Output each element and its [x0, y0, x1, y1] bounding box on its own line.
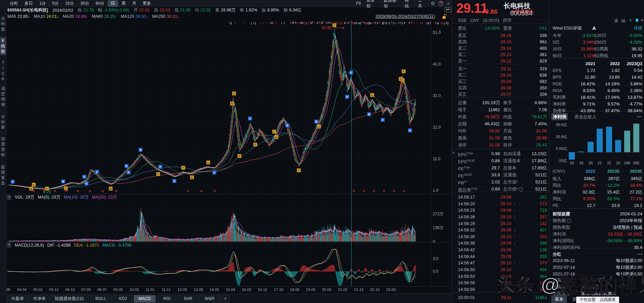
info-icon[interactable]: i: [519, 187, 523, 191]
ask-row[interactable]: 卖四29.15961: [452, 39, 549, 45]
toolbar-item-0[interactable]: F9: [353, 1, 364, 6]
info-field-value: 21.91: [200, 8, 211, 12]
wp-window-icon[interactable]: WP: [445, 7, 451, 12]
profit-chart-tab-营业总收入[interactable]: 营业总收入: [573, 113, 598, 120]
dividend-value: 每10股派0.50: [616, 271, 642, 277]
ask-row[interactable]: 卖五29.16338: [452, 32, 549, 39]
add-icon[interactable]: +: [641, 17, 644, 23]
sidebar-item-成交明细[interactable]: 成 交 明 细: [0, 85, 6, 108]
toolbar-item-3[interactable]: 画线: [402, 0, 415, 9]
panel-tab-基本[interactable]: 基本: [551, 296, 567, 303]
lock-icon[interactable]: [442, 14, 447, 19]
fin-value: 1.72: [587, 67, 595, 74]
profit-chart-tab-净利润[interactable]: 净利润: [551, 113, 568, 120]
indicator-tab-市净率[interactable]: 市净率: [29, 295, 50, 303]
stat-value2: 8.68%: [535, 99, 547, 106]
period-tab-周[interactable]: 周: [119, 0, 129, 7]
tick-price: 29.10: [500, 214, 511, 220]
indicator-tab-+[interactable]: +: [221, 295, 230, 303]
sidebar-item-分时图[interactable]: 分 时 图: [0, 15, 6, 33]
sidebar-item-分价表[interactable]: 分 价 表: [0, 113, 6, 131]
valuation-value: 2.02: [492, 179, 500, 185]
stat-label: 最高: [458, 135, 467, 141]
forecast-col: 2024E: [630, 168, 642, 174]
macd-header-item: DIF: -1.4269: [47, 243, 71, 248]
bid-row[interactable]: 买一29.11319: [452, 66, 549, 72]
forecast-col: 2022: [586, 168, 595, 174]
perf-value2: 38.32: [631, 46, 642, 52]
indicator-tab-市盈率[interactable]: 市盈率: [7, 295, 28, 303]
period-tab-更多[interactable]: 更多: [140, 0, 154, 7]
help-icon[interactable]: ?: [439, 1, 443, 6]
sidebar-item-K线图[interactable]: K 线 图: [0, 37, 6, 55]
info-icon[interactable]: i: [567, 219, 571, 223]
help-icon[interactable]: ?: [7, 195, 11, 200]
sidebar-item-超级复盘[interactable]: 超 级 复 盘: [0, 163, 6, 187]
info-field-value: 1.62%: [245, 8, 257, 12]
period-tab-15分[interactable]: 15分: [62, 0, 77, 7]
indicator-tab-BOLL[interactable]: BOLL: [90, 295, 111, 303]
ma-value: 24.89↓: [75, 14, 88, 19]
pencil-icon[interactable]: ✎: [629, 18, 632, 23]
bid-row[interactable]: 买四29.08350: [452, 85, 549, 91]
help-icon[interactable]: ?: [7, 243, 11, 248]
disclosure-label: 财报披露: [553, 211, 570, 217]
fin-value: 1.82: [611, 67, 620, 74]
ma-label: MA10: [34, 14, 45, 19]
indicator-tab-KDJ[interactable]: KDJ: [113, 295, 133, 303]
indicator-tab-RSI[interactable]: RSI: [157, 295, 177, 303]
indicator-tab-SAR[interactable]: SAR: [178, 295, 198, 303]
chevrons-right-icon[interactable]: »: [445, 0, 452, 6]
period-tab-30分[interactable]: 30分: [77, 0, 92, 7]
margin-badge-tong: 通: [614, 18, 618, 24]
date-range-label[interactable]: 2003/06/03-2024/03/27(5062日): [375, 14, 435, 19]
toolbar-item-2[interactable]: 超级叠加: [381, 0, 402, 9]
period-tab-60分[interactable]: 60分: [93, 0, 107, 7]
bid-row[interactable]: 买二29.10636: [452, 72, 549, 78]
dividend-date: 2021-07-16: [553, 271, 575, 277]
period-tab-分时[interactable]: 分时: [7, 0, 21, 7]
tick-volume: 348: [540, 240, 547, 246]
period-tab-月[interactable]: 月: [129, 0, 139, 7]
weicha-value: -741: [538, 25, 547, 31]
kline-chart-canvas[interactable]: [0, 0, 452, 303]
bid-row[interactable]: 买三29.09582: [452, 78, 549, 85]
esg-rating: A: [592, 25, 596, 31]
sidebar-item-TICK[interactable]: T I C K: [0, 59, 6, 83]
ask-row[interactable]: 卖三29.14465: [452, 45, 549, 51]
profile-value: 半导体产品: [581, 277, 603, 283]
toolbar-item-1[interactable]: 前复权: [364, 0, 381, 9]
more-icon[interactable]: •••: [638, 251, 642, 257]
bell-icon[interactable]: [635, 18, 639, 24]
sidebar-item-深度资料[interactable]: 深 度 资 料: [0, 135, 6, 159]
stat-value2: 31.08: [536, 128, 547, 134]
settings-popup[interactable]: 个性设置 点我要看: [576, 297, 619, 303]
indicator-tab-陆股通持股占比[interactable]: 陆股通持股占比: [50, 295, 89, 303]
forecast-value: -12.2%: [606, 182, 620, 188]
tick-volume: 373: [540, 260, 547, 266]
indicator-tab-W&R[interactable]: W&R: [199, 295, 220, 303]
period-tab-多日[interactable]: 多日: [21, 0, 36, 7]
disclosure-value: 业绩预告 | 预减: [612, 224, 642, 230]
trade-tick-row: 14:56:4729.10↑373: [452, 260, 549, 266]
esg-details-link[interactable]: 详情: [634, 25, 642, 31]
ma-item-MA20: MA2024.89↓: [63, 14, 88, 19]
valuation-value2: 17.89亿: [532, 158, 547, 164]
perf-value: 1.11%: [583, 52, 595, 59]
toolbar-item-4[interactable]: 工具: [415, 0, 428, 9]
period-tab-1分[interactable]: 1分: [36, 0, 49, 7]
bid-row[interactable]: 买五29.07326: [452, 91, 549, 97]
date-range-selector[interactable]: 2003/06/03-2024/03/27(5062日): [375, 14, 447, 19]
valuation-row: PE2023E33.9流通值521亿: [452, 172, 549, 178]
gear-icon[interactable]: ⚙: [429, 0, 437, 6]
ask-row[interactable]: 卖一29.12829: [452, 58, 549, 64]
stat-label2: 振幅: [503, 121, 512, 127]
mini-chart-baseline: [569, 152, 641, 153]
indicator-tab-MACD[interactable]: MACD: [134, 295, 156, 303]
period-tab-5分[interactable]: 5分: [49, 0, 61, 7]
ask-row[interactable]: 卖二29.13361: [452, 51, 549, 58]
more-icon[interactable]: •••: [637, 113, 642, 120]
forecast-label: 收入: [553, 175, 561, 182]
period-tab-日[interactable]: 日: [108, 0, 118, 7]
ma-indicator-bar: MA522.85↓MA1024.01↓MA2024.89↓MA6028.25↓M…: [7, 13, 183, 19]
